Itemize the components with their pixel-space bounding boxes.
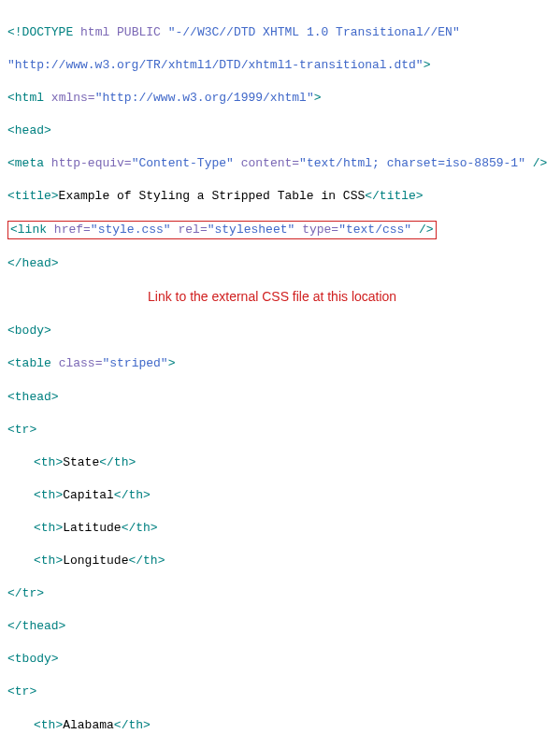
header-longitude: Longitude (63, 554, 128, 568)
title-text: Example of Styling a Stripped Table in C… (59, 189, 366, 203)
header-latitude: Latitude (63, 521, 121, 535)
code-listing: <!DOCTYPE html PUBLIC "-//W3C//DTD XHTML… (7, 7, 553, 734)
highlighted-link-line: <link href="style.css" rel="stylesheet" … (7, 221, 437, 239)
header-capital: Capital (63, 488, 114, 502)
annotation-text: Link to the external CSS file at this lo… (148, 288, 396, 306)
row1-state: Alabama (63, 718, 114, 732)
header-state: State (63, 455, 99, 469)
